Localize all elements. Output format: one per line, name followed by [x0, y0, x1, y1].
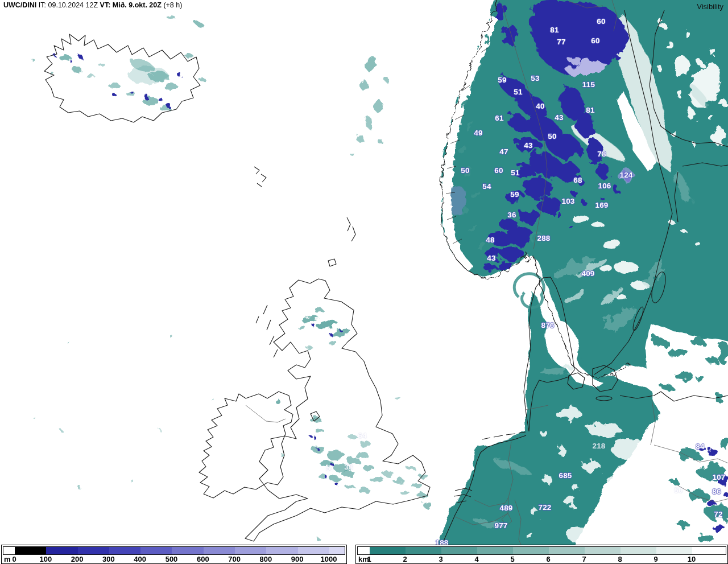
legend-segment [298, 547, 329, 554]
legend-unit: m [4, 555, 11, 563]
legend-segment [370, 547, 406, 554]
legend-tick: 600 [197, 555, 209, 563]
southeast-corner-patches [669, 439, 728, 542]
legend-tick: 3 [439, 555, 442, 563]
sea-specks [32, 15, 390, 541]
legend-tick: 5 [510, 555, 514, 563]
legend-segment [3, 547, 15, 554]
iceland-patches [54, 55, 182, 112]
legend-segment [477, 547, 513, 554]
faroe-islands [254, 167, 266, 187]
legend-kilometers-colorbar [357, 546, 726, 555]
iceland-coastline [44, 34, 200, 122]
legend-segment [266, 547, 297, 554]
legend-segment [441, 547, 477, 554]
legend-tick: 700 [228, 555, 241, 563]
ireland-coastline [199, 392, 293, 498]
teal-visibility-region [433, 0, 728, 564]
legend-tick: 10 [688, 555, 696, 563]
legend-segment [109, 547, 140, 554]
legend-tick: 4 [474, 555, 478, 563]
legend-segment [621, 547, 656, 554]
britain-patches [210, 308, 432, 508]
northern-ireland-border [246, 405, 286, 422]
legend-meters: m01002003004005006007008009001000 [1, 545, 347, 564]
britain-coastline [245, 279, 430, 541]
legend-segment [406, 547, 441, 554]
legend-tick: 500 [166, 555, 178, 563]
legend-tick: 9 [653, 555, 657, 563]
hebrides [256, 305, 278, 357]
model-name: UWC/DINI [3, 1, 36, 9]
legend-segment [46, 547, 77, 554]
product-title: Visibility [697, 2, 723, 11]
shetland [347, 217, 355, 241]
legend-tick: 7 [582, 555, 586, 563]
map-canvas [0, 0, 728, 564]
legend-meters-colorbar [3, 546, 345, 555]
legend-segment [204, 547, 235, 554]
legend-segment [358, 547, 370, 554]
legend-tick: 900 [291, 555, 304, 563]
legend-segment [172, 547, 203, 554]
island-coastlines [44, 34, 430, 541]
legend-segment [549, 547, 585, 554]
valid-time: VT: Mið. 9.okt. 20Z [100, 1, 162, 9]
legend-tick: 8 [618, 555, 622, 563]
legend-segment [656, 547, 692, 554]
init-time: 09.10.2024 12Z [48, 1, 98, 9]
orkney [328, 259, 336, 266]
legend-segment [15, 547, 46, 554]
legend-kilometers-ticks: km12345678910 [356, 555, 727, 564]
legend-tick: 0 [12, 555, 16, 563]
run-info-header: UWC/DINI IT: 09.10.2024 12Z VT: Mið. 9.o… [3, 1, 182, 9]
legend-tick: 300 [102, 555, 115, 563]
legend-tick: 1000 [321, 555, 337, 563]
legend-tick: 6 [546, 555, 550, 563]
legend-segment [329, 547, 345, 554]
legend-tick: 400 [134, 555, 146, 563]
init-time-label: IT: [39, 1, 46, 9]
legend-tick: 200 [71, 555, 84, 563]
legend-meters-ticks: m01002003004005006007008009001000 [2, 555, 346, 564]
forecast-offset: (+8 h) [163, 1, 182, 9]
legend-segment [692, 547, 726, 554]
legend-segment [140, 547, 172, 554]
legend-segment [513, 547, 549, 554]
legend-tick: 2 [403, 555, 407, 563]
legend-segment [78, 547, 109, 554]
legend-segment [235, 547, 266, 554]
legend-kilometers: km12345678910 [355, 545, 728, 564]
legend-tick: 800 [260, 555, 272, 563]
legend-tick: 100 [39, 555, 52, 563]
legend-segment [585, 547, 621, 554]
weather-map-screenshot: UWC/DINI IT: 09.10.2024 12Z VT: Mið. 9.o… [0, 0, 728, 564]
legend-tick: 1 [367, 555, 371, 563]
